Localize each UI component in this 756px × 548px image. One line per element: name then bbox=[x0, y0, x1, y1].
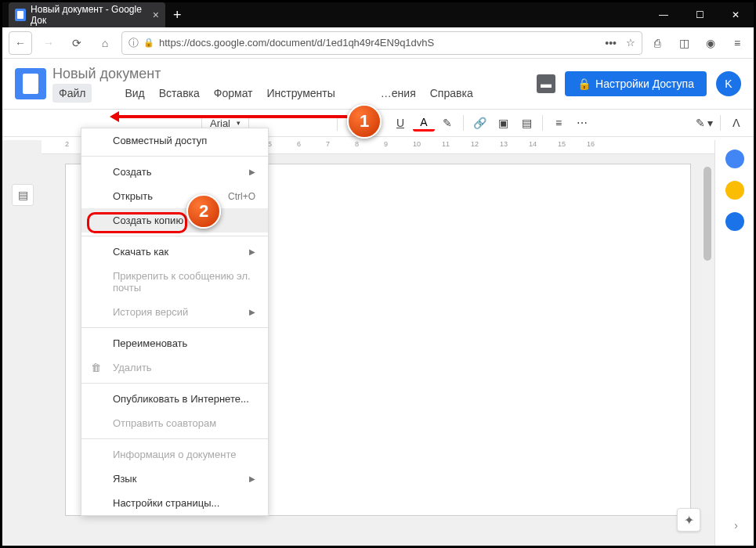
menu-share[interactable]: Совместный доступ bbox=[81, 128, 268, 153]
underline-button[interactable]: U bbox=[389, 112, 411, 134]
annotation-highlight bbox=[87, 212, 187, 233]
comment-button[interactable]: ▣ bbox=[492, 112, 514, 134]
comments-icon[interactable]: ▬ bbox=[537, 74, 555, 93]
profile-icon[interactable]: ◉ bbox=[700, 33, 721, 53]
library-icon[interactable]: ⎙ bbox=[647, 33, 667, 53]
menu-version-history[interactable]: История версий▶ bbox=[81, 300, 268, 324]
editing-mode-button[interactable]: ✎ ▾ bbox=[693, 112, 715, 134]
explore-button[interactable]: ✦ bbox=[677, 508, 700, 532]
menu-page-setup[interactable]: Настройки страницы... bbox=[81, 491, 268, 515]
menu-doc-details: Информация о документе bbox=[81, 442, 268, 467]
browser-titlebar: Новый документ - Google Док × + — ☐ ✕ bbox=[2, 2, 754, 27]
outline-button[interactable]: ▤ bbox=[12, 184, 34, 206]
lock-icon: 🔒 bbox=[143, 38, 154, 48]
menu-open[interactable]: ОткрытьCtrl+O bbox=[81, 184, 268, 208]
annotation-step-1: 1 bbox=[347, 104, 382, 139]
tasks-icon[interactable] bbox=[725, 212, 744, 231]
outline-icon: ▤ bbox=[18, 189, 28, 201]
side-panel bbox=[714, 140, 754, 546]
menu-separator bbox=[81, 236, 268, 236]
doc-title[interactable]: Новый документ bbox=[52, 66, 479, 82]
menu-help[interactable]: Справка bbox=[424, 84, 479, 103]
site-info-icon[interactable]: ⓘ bbox=[128, 36, 139, 50]
maximize-button[interactable]: ☐ bbox=[682, 2, 718, 27]
menu-tools[interactable]: Инструменты bbox=[261, 84, 342, 103]
user-avatar[interactable]: K bbox=[716, 71, 741, 96]
more-button[interactable]: ⋯ bbox=[571, 112, 593, 134]
annotation-arrow bbox=[112, 115, 347, 118]
menu-language[interactable]: Язык▶ bbox=[81, 467, 268, 491]
menu-email-attachment: Прикрепить к сообщению эл. почты bbox=[81, 264, 268, 300]
window-controls: — ☐ ✕ bbox=[646, 2, 754, 27]
tab-title: Новый документ - Google Док bbox=[31, 4, 145, 26]
browser-navbar: ← → ⟳ ⌂ ⓘ 🔒 https://docs.google.com/docu… bbox=[2, 27, 754, 59]
url-text: https://docs.google.com/document/d/1ed1q… bbox=[159, 37, 434, 49]
chevron-right-icon: ▶ bbox=[249, 474, 255, 483]
trash-icon: 🗑 bbox=[91, 362, 101, 373]
menu-separator bbox=[81, 383, 268, 384]
toolbar-sep bbox=[542, 115, 543, 131]
menu-separator bbox=[81, 438, 268, 439]
keep-icon[interactable] bbox=[725, 181, 744, 200]
menu-view[interactable]: Вид bbox=[118, 84, 150, 103]
link-button[interactable]: 🔗 bbox=[468, 112, 490, 134]
collapse-button[interactable]: ᐱ bbox=[725, 112, 747, 134]
chevron-right-icon: ▶ bbox=[249, 168, 255, 176]
highlight-button[interactable]: ✎ bbox=[436, 112, 458, 134]
docs-logo[interactable] bbox=[15, 68, 46, 99]
menu-new[interactable]: Создать▶ bbox=[81, 160, 268, 184]
calendar-icon[interactable] bbox=[725, 150, 744, 168]
menu-download-as[interactable]: Скачать как▶ bbox=[81, 240, 268, 264]
annotation-step-2: 2 bbox=[186, 194, 221, 229]
lock-icon: 🔒 bbox=[577, 78, 591, 90]
close-button[interactable]: ✕ bbox=[718, 2, 754, 27]
menu-icon[interactable]: ≡ bbox=[727, 33, 747, 53]
menu-delete: 🗑Удалить bbox=[81, 355, 268, 380]
star-icon[interactable]: ☆ bbox=[626, 37, 635, 49]
back-button[interactable]: ← bbox=[9, 31, 32, 55]
menu-separator bbox=[81, 327, 268, 328]
tab-favicon bbox=[15, 9, 26, 21]
vertical-scrollbar[interactable] bbox=[702, 167, 713, 514]
new-tab-button[interactable]: + bbox=[173, 7, 182, 23]
explore-icon: ✦ bbox=[684, 513, 694, 528]
tab-close-icon[interactable]: × bbox=[153, 9, 159, 21]
menu-format[interactable]: Формат bbox=[208, 84, 259, 103]
menu-separator bbox=[81, 156, 268, 157]
menu-insert[interactable]: Вставка bbox=[153, 84, 206, 103]
toolbar-sep bbox=[463, 115, 464, 131]
text-color-button[interactable]: A bbox=[413, 114, 435, 132]
menu-rename[interactable]: Переименовать bbox=[81, 331, 268, 355]
scroll-right-button[interactable]: › bbox=[734, 519, 738, 532]
share-button[interactable]: 🔒 Настройки Доступа bbox=[565, 71, 707, 96]
url-bar[interactable]: ⓘ 🔒 https://docs.google.com/document/d/1… bbox=[121, 31, 642, 55]
minimize-button[interactable]: — bbox=[646, 2, 682, 27]
page-actions-icon[interactable]: ••• bbox=[605, 37, 617, 49]
docs-header: Новый документ Файл … Вид Вставка Формат… bbox=[2, 59, 754, 109]
browser-tab[interactable]: Новый документ - Google Док × bbox=[9, 2, 165, 27]
toolbar-sep bbox=[720, 115, 721, 131]
align-button[interactable]: ≡ bbox=[548, 112, 570, 134]
sidebar-icon[interactable]: ◫ bbox=[674, 33, 694, 53]
reload-button[interactable]: ⟳ bbox=[65, 31, 89, 55]
menu-email-collaborators: Отправить соавторам bbox=[81, 411, 268, 435]
menu-addons[interactable]: …ения bbox=[374, 84, 422, 103]
forward-button[interactable]: → bbox=[37, 31, 60, 55]
chevron-right-icon: ▶ bbox=[249, 308, 255, 316]
menu-publish-web[interactable]: Опубликовать в Интернете... bbox=[81, 387, 268, 411]
file-menu-dropdown: Совместный доступ Создать▶ ОткрытьCtrl+O… bbox=[81, 128, 269, 516]
home-button[interactable]: ⌂ bbox=[93, 31, 117, 55]
docs-menubar: Файл … Вид Вставка Формат Инструменты …е… bbox=[52, 84, 479, 103]
image-button[interactable]: ▤ bbox=[515, 112, 537, 134]
menu-file[interactable]: Файл bbox=[52, 84, 92, 103]
chevron-right-icon: ▶ bbox=[249, 247, 255, 256]
